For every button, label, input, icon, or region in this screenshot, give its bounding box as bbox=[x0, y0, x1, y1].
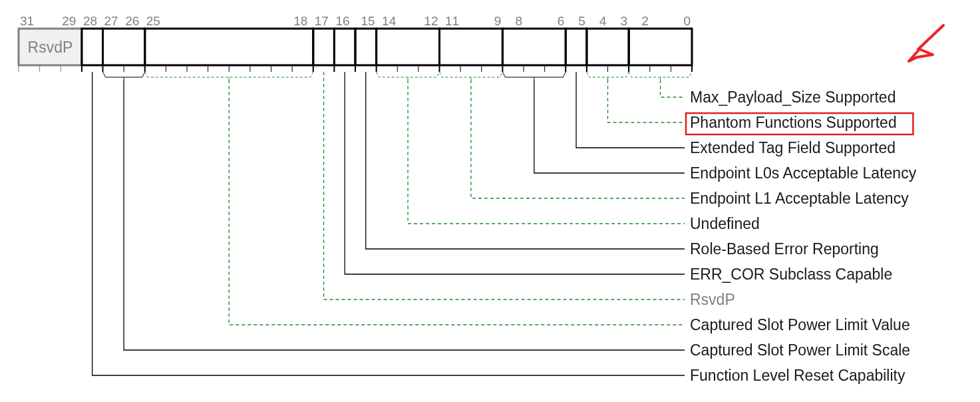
register-field bbox=[377, 29, 440, 65]
register-field bbox=[587, 29, 629, 65]
field-bracket bbox=[587, 72, 629, 77]
bit-number-label: 3 bbox=[621, 14, 628, 28]
bit-number-label: 9 bbox=[494, 14, 502, 28]
register-field bbox=[334, 29, 355, 65]
annotation-arrow bbox=[918, 25, 943, 49]
field-label: Role-Based Error Reporting bbox=[690, 240, 879, 258]
register-field bbox=[440, 29, 503, 65]
field-label: Captured Slot Power Limit Scale bbox=[690, 341, 910, 359]
leader-line bbox=[471, 80, 685, 198]
bit-number-label: 27 bbox=[104, 14, 118, 28]
field-label: Undefined bbox=[690, 215, 760, 232]
bit-number-label: 8 bbox=[515, 14, 522, 28]
register-field bbox=[145, 29, 313, 65]
bit-number-label: 16 bbox=[335, 14, 349, 28]
field-bracket bbox=[145, 72, 313, 77]
leader-line bbox=[124, 80, 685, 350]
register-field bbox=[355, 29, 377, 65]
bit-number-label: 28 bbox=[83, 14, 97, 28]
register-field bbox=[502, 29, 566, 65]
leader-line bbox=[661, 80, 685, 97]
leader-line bbox=[324, 72, 685, 300]
leader-line bbox=[576, 72, 685, 148]
field-bracket bbox=[440, 72, 503, 77]
bit-number-label: 18 bbox=[293, 14, 307, 28]
bit-number-label: 0 bbox=[683, 14, 691, 28]
bit-number-label: 14 bbox=[382, 14, 397, 28]
bit-number-label: 2 bbox=[641, 14, 649, 28]
register-field bbox=[313, 29, 335, 65]
register-field bbox=[629, 29, 692, 65]
field-label: RsvdP bbox=[690, 291, 735, 308]
bit-number-label: 25 bbox=[146, 14, 160, 28]
bit-number-label: 4 bbox=[599, 14, 607, 28]
bit-number-label: 12 bbox=[424, 14, 438, 28]
field-label: Extended Tag Field Supported bbox=[690, 139, 896, 156]
leader-line bbox=[408, 80, 685, 224]
bit-number-label: 26 bbox=[125, 14, 139, 28]
field-bracket bbox=[629, 72, 692, 77]
leader-line bbox=[608, 80, 685, 122]
leader-line bbox=[366, 72, 685, 249]
register-field bbox=[82, 29, 103, 65]
field-label: Endpoint L1 Acceptable Latency bbox=[690, 190, 909, 207]
field-label: Endpoint L0s Acceptable Latency bbox=[690, 164, 917, 182]
field-bracket bbox=[377, 72, 440, 77]
field-label: Function Level Reset Capability bbox=[690, 367, 905, 384]
field-label: Phantom Functions Supported bbox=[690, 114, 897, 131]
field-label: Captured Slot Power Limit Value bbox=[690, 316, 910, 333]
field-label: Max_Payload_Size Supported bbox=[690, 89, 896, 106]
bit-number-label: 17 bbox=[315, 14, 329, 28]
leader-line bbox=[534, 80, 685, 173]
field-bracket bbox=[103, 72, 145, 77]
field-label: ERR_COR Subclass Capable bbox=[690, 266, 892, 283]
bit-number-label: 15 bbox=[361, 14, 375, 28]
field-bracket bbox=[502, 72, 566, 77]
rsvdp-label: RsvdP bbox=[28, 39, 73, 56]
leader-line bbox=[229, 80, 685, 325]
bit-number-label: 29 bbox=[62, 14, 76, 28]
register-field bbox=[103, 29, 145, 65]
bit-number-label: 31 bbox=[20, 14, 34, 28]
annotation-arrow-head bbox=[909, 49, 933, 61]
bit-number-label: 6 bbox=[558, 14, 565, 28]
register-field bbox=[566, 29, 587, 65]
bit-number-label: 5 bbox=[578, 14, 585, 28]
bitfield-diagram: 3129282726251817161514121198654320RsvdPM… bbox=[0, 0, 980, 402]
bit-number-label: 11 bbox=[445, 14, 459, 28]
